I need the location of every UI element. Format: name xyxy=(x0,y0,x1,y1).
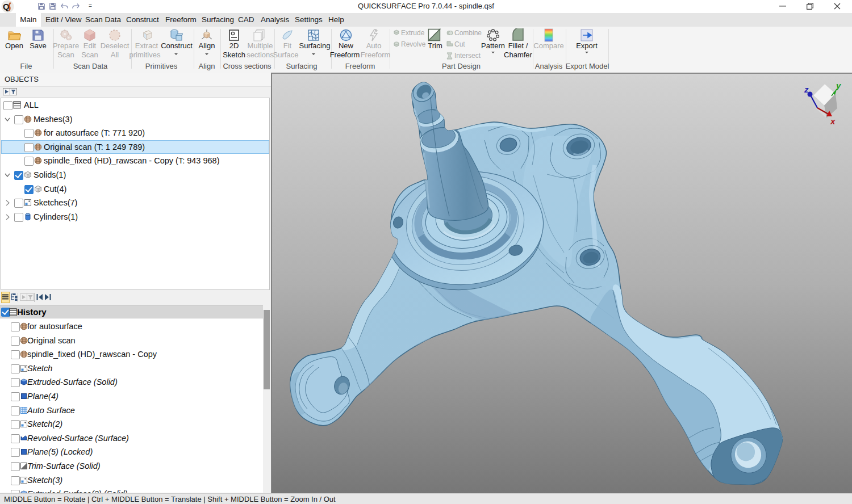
svg-text:z: z xyxy=(804,85,809,94)
svg-text:x: x xyxy=(830,116,836,126)
svg-text:y: y xyxy=(836,81,841,90)
